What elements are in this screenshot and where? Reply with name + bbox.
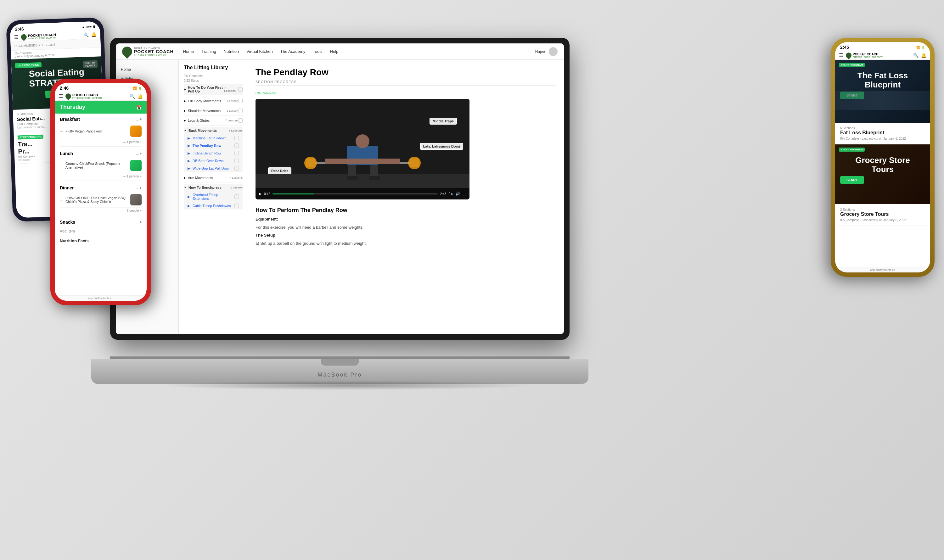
ll-checkbox-pullup[interactable] <box>238 87 243 92</box>
nav-training[interactable]: Training <box>202 49 216 54</box>
ll-cable-tricep[interactable]: ▶ Cable Tricep Pushdowns <box>184 202 243 209</box>
laptop-main-content: The Pendlay Row SECTION PROGRESS 0% Comp… <box>248 60 564 334</box>
lunch-serving: — 1 person + <box>60 173 142 179</box>
ll-checkbox-wide[interactable] <box>234 166 239 171</box>
dinner-section: Dinner ... + — LOW-CALORIE Thin Crust Ve… <box>55 182 146 215</box>
ll-incline-bench[interactable]: ▶ Incline Bench Row <box>184 149 243 157</box>
breakfast-item-pancakes: — Fluffy Vegan Pancakes! <box>60 124 142 139</box>
plus-dinner-btn[interactable]: + <box>140 209 142 212</box>
day-name: Thursday <box>60 104 85 111</box>
ll-section-pullup-header[interactable]: ▶ How To Do Your First Pull Up 7 Lessons <box>184 84 243 95</box>
minus-dinner-btn[interactable]: — <box>123 209 126 212</box>
ll-arms-lessons: 4 Lessons <box>230 176 243 179</box>
ll-back-label: Back Movements <box>188 129 217 132</box>
svg-point-14 <box>408 157 421 169</box>
fat-loss-card: START PROGRAM The Fat LossBlueprint STAR… <box>835 60 930 123</box>
ll-checkbox-cable[interactable] <box>234 203 239 208</box>
nav-help[interactable]: Help <box>330 49 339 54</box>
leaf-icon <box>120 45 134 58</box>
ll-checkbox-shoulder[interactable] <box>238 109 243 113</box>
nav-academy[interactable]: The Academy <box>280 49 305 54</box>
lunch-actions[interactable]: ... + <box>136 152 142 155</box>
day-header: Thursday 📅 <box>55 101 146 114</box>
ll-arms-label: Arm Movements <box>188 176 230 180</box>
nav-tools[interactable]: Tools <box>313 49 322 54</box>
snacks-section: Snacks ... + Add Item <box>55 217 146 236</box>
snacks-title: Snacks ... + <box>60 217 142 226</box>
minus-lunch-btn[interactable]: — <box>123 175 126 178</box>
ll-machine-lat[interactable]: ▶ Machine Lat Pulldown <box>184 134 243 142</box>
ll-checkbox-db[interactable] <box>234 158 239 163</box>
ll-checkbox-pendlay[interactable] <box>234 143 239 148</box>
fat-loss-name: Fat Loss Blueprint <box>840 130 925 135</box>
grocery-start-btn[interactable]: START <box>840 176 864 184</box>
ll-checkbox-incline[interactable] <box>234 151 239 155</box>
play-icon2: ▶ <box>188 144 190 148</box>
svg-rect-11 <box>347 176 358 180</box>
video-player[interactable]: Middle Traps Lats, Latissimus Dorsi Rear… <box>256 99 470 200</box>
ll-pendlay-row[interactable]: ▶ The Pendlay Row <box>184 142 243 149</box>
ll-section-legs[interactable]: ▶ Legs & Glutes 7 Lessons <box>184 116 243 126</box>
snacks-actions[interactable]: ... + <box>136 220 142 224</box>
laptop-navbar: BUILT BY PLANTS POCKET COACH FITNESS | F… <box>116 43 564 60</box>
calendar-icon[interactable]: 📅 <box>136 105 142 110</box>
minus-icon-2[interactable]: — <box>60 164 63 168</box>
nav-right: Najee <box>535 47 557 56</box>
ll-back-lessons: 5 Lessons <box>229 129 243 132</box>
phone-right-status-bar: 2:45 📶 🔋 <box>835 42 930 51</box>
ll-section-bench: ▼ How To Benchpress 1 Lesson ▶ Overhead … <box>184 184 243 209</box>
pancakes-image <box>130 126 142 137</box>
play-pause-button[interactable]: ▶ <box>259 192 262 196</box>
ll-section-fullbody[interactable]: ▶ Full Body Movements 1 Lesson <box>184 96 243 106</box>
laptop-logo: BUILT BY PLANTS POCKET COACH FITNESS | F… <box>122 46 174 57</box>
ll-bench-header[interactable]: ▼ How To Benchpress 1 Lesson <box>184 184 243 191</box>
plus-serving-btn[interactable]: + <box>140 140 142 144</box>
ll-section-shoulder[interactable]: ▶ Shoulder Movements 1 Lesson <box>184 106 243 116</box>
phone-mid-time: 2:46 <box>60 86 69 91</box>
search-icon-right[interactable]: 🔍 <box>913 53 918 58</box>
ll-section-pullup: ▶ How To Do Your First Pull Up 7 Lessons <box>184 84 243 95</box>
ll-section-arms[interactable]: ▶ Arm Movements 4 Lessons <box>184 173 243 183</box>
search-icon-left[interactable]: 🔍 <box>83 32 89 37</box>
snacks-add-item[interactable]: Add Item <box>60 226 142 236</box>
lunch-section: Lunch ... + — Crunchy ChickPea Snack (Po… <box>55 148 146 181</box>
menu-icon-right[interactable]: ☰ <box>839 52 843 58</box>
menu-icon[interactable]: ☰ <box>14 34 18 40</box>
phone-right-icons: 📶 🔋 <box>916 46 925 49</box>
ll-db-bent[interactable]: ▶ DB Bent Over Rows <box>184 157 243 165</box>
ll-checkbox-fullbody[interactable] <box>238 99 243 103</box>
app-name: POCKET COACH <box>134 49 174 54</box>
plus-lunch-btn[interactable]: + <box>140 175 142 178</box>
nav-nutrition[interactable]: Nutrition <box>224 49 239 54</box>
ll-checkbox-overhead[interactable] <box>234 194 239 199</box>
nutrition-section: Nutrition Facts <box>55 236 146 246</box>
leaf-icon-right <box>845 51 852 59</box>
chickpea-image <box>130 160 142 171</box>
signal-icon: ●●● <box>86 25 92 29</box>
fullscreen-icon[interactable]: ⛶ <box>462 192 466 196</box>
dinner-actions[interactable]: ... + <box>136 186 142 190</box>
bell-icon-mid[interactable]: 🔔 <box>137 94 143 99</box>
ll-wide-grip[interactable]: ▶ Wide Grip Lat Pull Down <box>184 165 243 172</box>
ll-overhead-ext[interactable]: ▶ Overhead Tricep Extensions <box>184 191 243 202</box>
ll-checkbox-mlat[interactable] <box>234 136 239 140</box>
menu-icon-mid[interactable]: ☰ <box>59 93 63 99</box>
lifting-library-panel: The Lifting Library 0% Complete 0/33 Ste… <box>179 60 248 334</box>
minus-serving-btn[interactable]: — <box>123 140 126 144</box>
start-program-badge-left: START PROGRAM <box>18 135 43 140</box>
breakfast-actions[interactable]: ... + <box>136 117 142 121</box>
video-progress-bar[interactable] <box>273 194 437 194</box>
bell-icon-left[interactable]: 🔔 <box>91 32 97 37</box>
nav-home[interactable]: Home <box>183 49 194 54</box>
minus-icon[interactable]: — <box>60 129 63 133</box>
volume-icon[interactable]: 🔊 <box>455 192 460 196</box>
svg-point-6 <box>356 134 370 148</box>
ll-checkbox-legs[interactable] <box>238 118 243 123</box>
nav-kitchen[interactable]: Virtual Kitchen <box>246 49 273 54</box>
minus-icon-3[interactable]: — <box>60 198 63 202</box>
bell-icon-right[interactable]: 🔔 <box>921 53 926 58</box>
speed-button[interactable]: 1x <box>449 192 453 196</box>
search-icon-mid[interactable]: 🔍 <box>129 94 135 99</box>
ll-section-back-header[interactable]: ▼ Back Movements 5 Lessons <box>184 127 243 134</box>
sidebar-home[interactable]: Home <box>116 65 179 74</box>
